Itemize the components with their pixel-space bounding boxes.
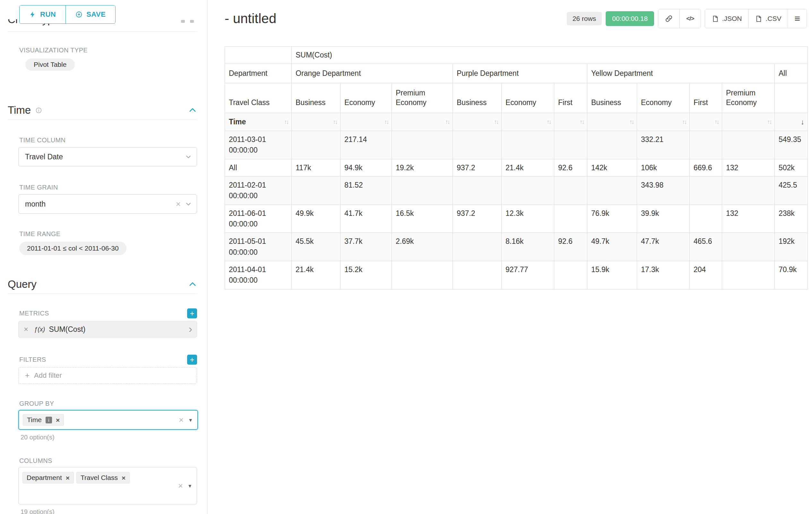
remove-chip-icon[interactable]: × [122, 475, 125, 481]
time-range-pill[interactable]: 2011-01-01 ≤ col < 2011-06-30 [19, 242, 126, 255]
value-cell: 2.69k [392, 233, 453, 261]
group-by-select[interactable]: Time i × × ▼ [18, 410, 198, 430]
export-csv-button[interactable]: .CSV [748, 9, 788, 28]
chip-label: Travel Class [81, 474, 118, 482]
sort-icon[interactable]: ↑↓ [547, 118, 551, 126]
value-cell: 92.6 [554, 159, 587, 177]
value-cell [554, 261, 587, 290]
sort-icon[interactable]: ↑↓ [445, 118, 449, 126]
clear-icon[interactable]: × [176, 200, 181, 208]
value-cell: 76.9k [587, 205, 637, 233]
plus-icon: + [25, 371, 30, 380]
add-metric-button[interactable]: + [187, 308, 197, 318]
column-header: Economy [637, 83, 690, 113]
department-header: Department [225, 64, 292, 83]
metric-label: SUM(Cost) [49, 325, 188, 334]
columns-chip[interactable]: Department × [23, 472, 74, 484]
group-by-chip[interactable]: Time i × [23, 414, 64, 426]
clipped-icons [181, 20, 194, 23]
page-title: - untitled [225, 11, 276, 26]
remove-chip-icon[interactable]: × [66, 475, 70, 481]
columns-select[interactable]: Department × Travel Class × × ▼ [18, 467, 197, 504]
menu-button[interactable]: ≡ [788, 9, 807, 28]
file-icon [755, 15, 762, 23]
time-value-cell: 2011-04-01 00:00:00 [225, 261, 292, 290]
chevron-up-icon[interactable] [188, 106, 197, 115]
travel-class-header: Travel Class [225, 83, 292, 113]
blank-corner-cell [225, 47, 292, 64]
save-button[interactable]: SAVE [65, 5, 115, 23]
time-section-header[interactable]: Time [8, 103, 197, 117]
sort-icon[interactable]: ↑↓ [384, 118, 388, 126]
value-cell [722, 261, 775, 290]
time-grain-select[interactable]: month × [18, 194, 197, 214]
column-header: Premium Economy [722, 83, 775, 113]
sort-icon[interactable]: ↑↓ [333, 118, 337, 126]
value-cell: 81.52 [341, 177, 392, 205]
metric-item[interactable]: × ƒ(x) SUM(Cost) › [18, 321, 197, 337]
sort-icon[interactable]: ↑↓ [580, 118, 584, 126]
value-cell: 92.6 [554, 233, 587, 261]
time-header-label: Time [229, 117, 246, 126]
sort-cell: ↑↓ [587, 113, 637, 131]
caret-down-icon[interactable]: ▼ [187, 484, 192, 488]
add-filter-button[interactable]: + Add filter [18, 367, 197, 384]
run-button[interactable]: RUN [20, 5, 65, 23]
sort-icon[interactable]: ↑↓ [715, 118, 719, 126]
value-cell: 927.77 [502, 261, 554, 290]
value-cell [722, 131, 775, 159]
sort-icon[interactable]: ↑↓ [494, 118, 498, 126]
value-cell [587, 177, 637, 205]
columns-label: COLUMNS [19, 457, 197, 464]
time-value-cell: 2011-05-01 00:00:00 [225, 233, 292, 261]
save-button-label: SAVE [86, 10, 106, 19]
chevron-down-icon [185, 201, 192, 207]
value-cell: 15.2k [341, 261, 392, 290]
value-cell: 937.2 [453, 159, 502, 177]
group-by-label: GROUP BY [19, 400, 197, 407]
sort-cell: ↑↓ [690, 113, 722, 131]
clear-icon[interactable]: × [179, 416, 183, 424]
sort-icon[interactable]: ↑↓ [284, 118, 288, 126]
columns-chip[interactable]: Travel Class × [77, 472, 130, 484]
time-section-title: Time [8, 104, 31, 116]
remove-metric-icon[interactable]: × [24, 325, 28, 333]
time-grain-label: TIME GRAIN [19, 184, 197, 191]
clear-icon[interactable]: × [178, 482, 183, 490]
remove-chip-icon[interactable]: × [56, 417, 60, 424]
embed-code-button[interactable]: </> [679, 9, 700, 28]
add-filter-plus-button[interactable]: + [187, 355, 197, 364]
export-json-button[interactable]: .JSON [705, 9, 749, 28]
sort-icon[interactable]: ↑↓ [682, 118, 686, 126]
toolbar: 26 rows 00:00:00.18 </> .JSON .CSV [567, 9, 807, 28]
time-column-value: Travel Date [25, 153, 185, 161]
columns-options-hint: 19 option(s) [21, 508, 197, 514]
chip-label: Time [27, 416, 42, 424]
value-cell: 70.9k [775, 261, 808, 290]
info-icon: i [46, 417, 52, 424]
chevron-right-icon[interactable]: › [189, 323, 192, 334]
sort-icon[interactable]: ↑↓ [629, 118, 634, 126]
link-icon [665, 15, 673, 23]
value-cell: 332.21 [637, 131, 690, 159]
sort-icon[interactable]: ↑↓ [767, 118, 771, 126]
value-cell [554, 205, 587, 233]
time-column-select[interactable]: Travel Date [18, 147, 197, 166]
column-header: First [554, 83, 587, 113]
chevron-up-icon[interactable] [188, 280, 197, 289]
pivot-table: SUM(Cost) Department Orange Department P… [225, 46, 808, 290]
metrics-label: METRICS [19, 310, 49, 317]
caret-down-icon[interactable]: ▼ [188, 417, 193, 423]
value-cell [690, 177, 722, 205]
copy-link-button[interactable] [658, 9, 679, 28]
export-group: .JSON .CSV ≡ [705, 9, 807, 28]
all-header: All [775, 64, 808, 83]
value-cell [453, 131, 502, 159]
group-header-yellow: Yellow Department [587, 64, 775, 83]
value-cell: 204 [690, 261, 722, 290]
visualization-type-pill[interactable]: Pivot Table [25, 58, 75, 71]
query-section-header[interactable]: Query [8, 277, 197, 292]
control-panel: RUN SAVE Chart Type VISUALIZATION TYPE P… [0, 0, 208, 514]
sort-desc-icon[interactable]: ↓ [801, 118, 804, 126]
value-cell: 45.5k [292, 233, 341, 261]
